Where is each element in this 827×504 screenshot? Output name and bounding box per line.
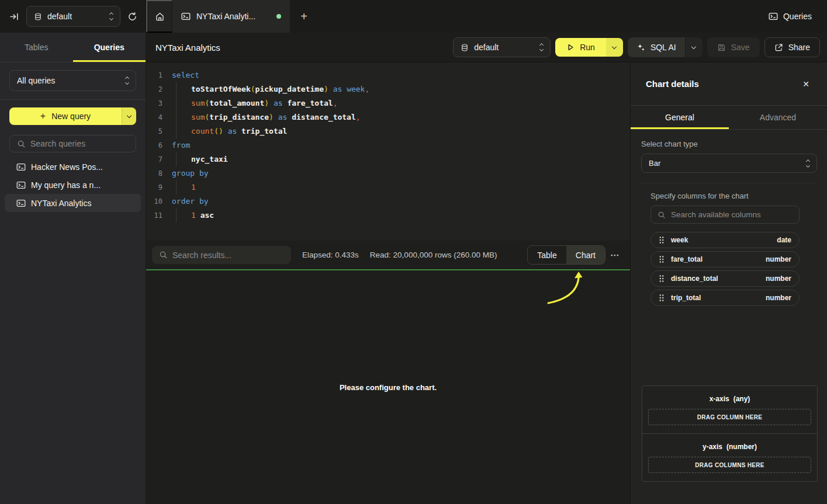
code-token: distance_total: [292, 113, 356, 121]
chart-type-label: Select chart type: [641, 140, 817, 148]
line-number: 5: [146, 124, 162, 138]
results-view-toggle: Table Chart: [527, 245, 605, 265]
column-item[interactable]: fare_totalnumber: [650, 251, 800, 267]
code-line: select: [172, 68, 630, 82]
view-toggle-table[interactable]: Table: [528, 246, 566, 264]
collapse-sidebar-button[interactable]: [9, 12, 19, 22]
line-number: 1: [146, 68, 162, 82]
queries-nav-button[interactable]: Queries: [769, 0, 827, 33]
columns-list: weekdatefare_totalnumberdistance_totalnu…: [650, 232, 800, 306]
code-token: [328, 85, 333, 93]
drag-handle-icon[interactable]: [659, 236, 665, 244]
terminal-icon: [16, 180, 26, 190]
save-button[interactable]: Save: [707, 37, 760, 57]
sql-editor[interactable]: 1234567891011 selecttoStartOfWeek(pickup…: [146, 62, 630, 241]
sql-ai-button[interactable]: SQL AI: [628, 37, 703, 57]
query-filter-section: All queries: [0, 62, 146, 100]
query-list-item[interactable]: Hacker News Pos...: [5, 158, 141, 176]
run-main[interactable]: Run: [555, 38, 606, 57]
query-list-item[interactable]: My query has a n...: [5, 176, 141, 194]
tab-advanced[interactable]: Advanced: [729, 106, 827, 129]
workspace: 1234567891011 selecttoStartOfWeek(pickup…: [146, 62, 630, 504]
table-view-label: Table: [537, 251, 556, 260]
new-tab-button[interactable]: +: [290, 0, 318, 33]
share-button[interactable]: Share: [764, 37, 820, 57]
code-token: [196, 211, 200, 220]
code-line: toStartOfWeek(pickup_datetime) as week,: [172, 82, 630, 96]
code-token: ): [324, 85, 328, 93]
results-search-input[interactable]: [172, 251, 284, 260]
query-filter-value: All queries: [17, 76, 55, 85]
tab-queries[interactable]: Queries: [73, 33, 146, 62]
results-search[interactable]: [152, 246, 291, 264]
axis-configuration-panel: x-axis(any)DRAG COLUMN HEREy-axis(number…: [642, 385, 818, 482]
sql-ai-dropdown[interactable]: [685, 37, 703, 57]
chart-area: Please configure the chart.: [146, 270, 630, 504]
columns-search[interactable]: [650, 206, 800, 224]
tab-general[interactable]: General: [631, 106, 729, 129]
save-label: Save: [731, 43, 750, 52]
column-name: trip_total: [671, 294, 759, 302]
axis-name: y-axis: [703, 443, 722, 451]
queries-nav-label: Queries: [783, 12, 812, 21]
columns-search-input[interactable]: [671, 210, 793, 219]
x-axis-drop-zone[interactable]: DRAG COLUMN HERE: [648, 409, 811, 425]
query-toolbar: NYTaxi Analytics default Run: [146, 33, 827, 62]
run-database-selector[interactable]: default: [453, 37, 551, 57]
drag-handle-icon[interactable]: [659, 294, 665, 302]
new-query-button[interactable]: + New query: [9, 107, 136, 125]
column-item[interactable]: distance_totalnumber: [650, 270, 800, 287]
code-token: [342, 85, 347, 93]
terminal-icon: [16, 199, 26, 208]
chart-type-select[interactable]: Bar: [641, 154, 817, 173]
query-search-input[interactable]: [30, 139, 129, 148]
new-query-dropdown[interactable]: [122, 107, 136, 125]
indent-guide: [176, 124, 191, 138]
chevron-updown-icon: [126, 77, 129, 84]
plus-icon: +: [40, 111, 46, 121]
column-item[interactable]: weekdate: [650, 232, 800, 248]
view-toggle-chart[interactable]: Chart: [566, 246, 605, 264]
drag-handle-icon[interactable]: [659, 274, 665, 283]
code-token: trip_distance: [209, 113, 269, 121]
tab-tables[interactable]: Tables: [0, 33, 73, 62]
code-line: sum(total_amount) as fare_total,: [172, 96, 630, 110]
indent-guide: [176, 208, 191, 223]
refresh-button[interactable]: [127, 12, 137, 22]
database-selector[interactable]: default: [26, 6, 120, 27]
column-name: distance_total: [671, 274, 759, 283]
chart-details-body: Select chart type Bar Specify columns fo…: [631, 130, 827, 504]
indent-guide: [176, 110, 191, 124]
close-panel-button[interactable]: ✕: [802, 79, 809, 89]
y-axis-label: y-axis(number): [648, 443, 811, 451]
chart-details-title: Chart details: [646, 79, 699, 89]
code-token: count: [191, 127, 214, 135]
column-type: date: [777, 236, 791, 244]
more-options-button[interactable]: ⋯: [605, 250, 624, 260]
run-options-dropdown[interactable]: [606, 38, 623, 57]
tab-nytaxi-analytics[interactable]: NYTaxi Analyti...: [172, 0, 290, 33]
drag-handle-icon: [659, 255, 665, 263]
column-item[interactable]: trip_totalnumber: [650, 290, 800, 306]
run-database-value: default: [474, 43, 499, 52]
sql-ai-label: SQL AI: [650, 43, 676, 52]
query-search[interactable]: [9, 135, 136, 152]
query-filter-select[interactable]: All queries: [9, 70, 136, 91]
query-item-label: NYTaxi Analytics: [31, 199, 91, 208]
column-type: number: [766, 274, 791, 283]
query-list-item[interactable]: NYTaxi Analytics: [5, 194, 141, 212]
y-axis-drop-zone[interactable]: DRAG COLUMNS HERE: [648, 457, 811, 473]
indent-guide: [176, 152, 191, 166]
x-axis-label: x-axis(any): [648, 395, 811, 403]
sql-ai-main[interactable]: SQL AI: [628, 37, 685, 57]
code-token: week: [347, 85, 365, 93]
line-number: 6: [146, 138, 162, 152]
drag-handle-icon[interactable]: [659, 255, 665, 263]
database-selector-value: default: [47, 12, 72, 21]
code-token: fare_total: [287, 99, 333, 107]
home-button[interactable]: [146, 0, 172, 33]
sidebar: Tables Queries All queries + New query: [0, 33, 146, 504]
run-button[interactable]: Run: [555, 38, 623, 57]
database-icon: [461, 43, 469, 52]
axis-constraint: (any): [733, 395, 750, 403]
